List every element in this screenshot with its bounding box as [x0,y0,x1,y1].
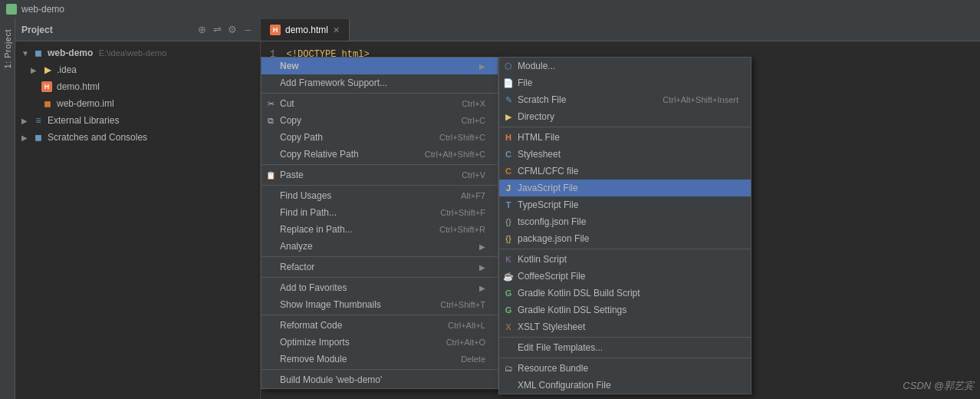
project-header: Project ⊕ ⇌ ⚙ – [15,18,260,41]
menu-arrow: ▶ [479,242,485,251]
submenu-ts-label: TypeScript File [518,200,738,210]
minimize-icon[interactable]: – [242,24,254,36]
menu-item-reformat[interactable]: Reformat Code Ctrl+Alt+L [261,317,498,334]
separator [261,369,498,370]
submenu-item-tsconfig[interactable]: {} tsconfig.json File [499,213,751,230]
submenu-item-scratch[interactable]: ✎ Scratch File Ctrl+Alt+Shift+Insert [499,91,751,108]
menu-item-remove-module[interactable]: Remove Module Delete [261,351,498,368]
menu-item-add-framework[interactable]: Add Framework Support... [261,74,498,91]
separator [499,249,751,249]
tree-label-web-demo: web-demo E:\idea\web-demo [48,48,166,58]
menu-item-find-in-path[interactable]: Find in Path... Ctrl+Shift+F [261,204,498,221]
submenu-item-module[interactable]: ⬡ Module... [499,58,751,74]
submenu-gradle-build-label: Gradle Kotlin DSL Build Script [518,288,738,298]
tree-item-demo-html[interactable]: H demo.html [15,78,260,95]
menu-refactor-label: Refactor [280,262,476,272]
menu-item-optimize[interactable]: Optimize Imports Ctrl+Alt+O [261,334,498,351]
menu-item-copy[interactable]: Copy Ctrl+C [261,112,498,129]
menu-remove-module-label: Remove Module [280,354,446,364]
package-json-icon: {} [502,232,515,245]
settings-icon[interactable]: ⚙ [226,24,238,36]
tree-label-demo-html: demo.html [57,81,100,92]
menu-item-refactor[interactable]: Refactor ▶ [261,259,498,275]
tree-item-external-libs[interactable]: ▶ ≡ External Libraries [15,112,260,129]
project-icon: ◼ [32,47,44,59]
submenu-kotlin-script-label: Kotlin Script [518,254,738,265]
submenu-item-directory[interactable]: ▶ Directory [499,108,751,125]
submenu-scratch-shortcut: Ctrl+Alt+Shift+Insert [663,95,738,104]
submenu-item-file[interactable]: 📄 File [499,74,751,91]
tree-item-web-demo[interactable]: ▼ ◼ web-demo E:\idea\web-demo [15,45,260,61]
submenu-item-coffeescript[interactable]: ☕ CoffeeScript File [499,268,751,285]
file-icon: 📄 [502,77,515,89]
submenu-new[interactable]: ⬡ Module... 📄 File ✎ Scratch File Ctrl+A… [498,57,751,394]
title-bar: web-demo [0,0,980,18]
submenu-item-resource-bundle[interactable]: 🗂 Resource Bundle [499,360,751,377]
submenu-item-cfml[interactable]: C CFML/CFC file [499,163,751,180]
tab-close-button[interactable]: ✕ [333,25,340,35]
submenu-item-stylesheet[interactable]: C Stylesheet [499,146,751,163]
menu-copy-rel-path-shortcut: Ctrl+Alt+Shift+C [425,150,485,159]
submenu-item-package-json[interactable]: {} package.json File [499,230,751,247]
submenu-item-xslt[interactable]: X XSLT Stylesheet [499,318,751,335]
menu-item-paste[interactable]: Paste Ctrl+V [261,167,498,183]
menu-item-copy-path[interactable]: Copy Path Ctrl+Shift+C [261,129,498,146]
tree-arrow: ▶ [31,66,38,74]
menu-item-new[interactable]: New ▶ [261,58,498,74]
menu-optimize-shortcut: Ctrl+Alt+O [446,338,485,347]
menu-add-favorites-label: Add to Favorites [280,282,476,293]
libs-icon: ≡ [32,114,44,127]
submenu-item-edit-templates[interactable]: Edit File Templates... [499,339,751,356]
submenu-item-kotlin-script[interactable]: K Kotlin Script [499,251,751,268]
submenu-item-html[interactable]: H HTML File [499,129,751,146]
menu-copy-shortcut: Ctrl+C [462,116,485,125]
submenu-item-ts[interactable]: T TypeScript File [499,196,751,213]
context-menu[interactable]: New ▶ Add Framework Support... Cut Ctrl+… [261,57,498,389]
menu-replace-in-path-label: Replace in Path... [280,224,424,235]
menu-item-analyze[interactable]: Analyze ▶ [261,238,498,255]
tree-label-iml: web-demo.iml [57,98,114,109]
tab-demo-html[interactable]: H demo.html ✕ [261,19,350,41]
tree-label-idea: .idea [57,64,77,75]
menu-item-find-usages[interactable]: Find Usages Alt+F7 [261,187,498,204]
menu-arrow: ▶ [479,62,485,71]
tree-item-idea[interactable]: ▶ ▶ .idea [15,61,260,78]
submenu-item-js[interactable]: J JavaScript File [499,180,751,196]
cfml-icon: C [502,165,515,177]
menu-item-add-favorites[interactable]: Add to Favorites ▶ [261,279,498,296]
menu-item-build-module[interactable]: Build Module 'web-demo' [261,371,498,388]
menu-copy-path-label: Copy Path [280,132,424,143]
html-icon: H [502,131,515,143]
html-file-icon: H [41,81,52,92]
menu-show-image-label: Show Image Thumbnails [280,299,425,310]
submenu-module-label: Module... [518,61,738,71]
submenu-item-gradle-settings[interactable]: G Gradle Kotlin DSL Settings [499,302,751,318]
separator [499,337,751,338]
menu-find-in-path-label: Find in Path... [280,207,425,218]
copy-icon [265,114,277,127]
js-icon: J [502,182,515,194]
folder-icon: ▶ [41,64,54,76]
menu-item-copy-rel-path[interactable]: Copy Relative Path Ctrl+Alt+Shift+C [261,146,498,163]
separator [499,127,751,127]
xslt-icon: X [502,321,515,333]
menu-item-cut[interactable]: Cut Ctrl+X [261,95,498,112]
scratches-icon: ◼ [32,131,44,143]
submenu-js-label: JavaScript File [518,183,738,193]
separator [261,185,498,186]
separator [261,164,498,165]
submenu-item-gradle-build[interactable]: G Gradle Kotlin DSL Build Script [499,285,751,302]
submenu-item-xml-config[interactable]: XML Configuration File [499,377,751,394]
menu-item-replace-in-path[interactable]: Replace in Path... Ctrl+Shift+R [261,221,498,238]
css-icon: C [502,148,515,160]
menu-optimize-label: Optimize Imports [280,337,431,348]
scope-icon[interactable]: ⊕ [196,24,208,36]
paste-icon [265,169,277,181]
menu-build-module-label: Build Module 'web-demo' [280,374,485,385]
cut-icon [265,97,277,110]
tree-item-iml[interactable]: ◼ web-demo.iml [15,95,260,112]
main-layout: 1: Project Project ⊕ ⇌ ⚙ – ▼ ◼ web-demo … [0,18,980,399]
filter-icon[interactable]: ⇌ [211,24,223,36]
menu-item-show-image[interactable]: Show Image Thumbnails Ctrl+Shift+T [261,296,498,313]
tree-item-scratches[interactable]: ▶ ◼ Scratches and Consoles [15,129,260,146]
